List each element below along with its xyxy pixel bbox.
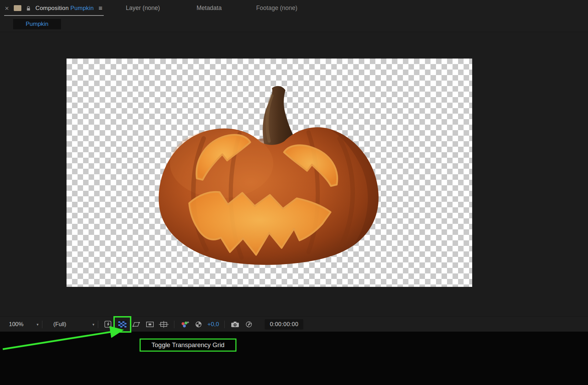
- toolbar-separator: [98, 321, 98, 328]
- app-background-strip: [0, 332, 588, 385]
- show-snapshot-icon: [245, 321, 253, 328]
- panel-color-swatch: [14, 5, 21, 11]
- tab-layer[interactable]: Layer (none): [126, 4, 160, 12]
- reset-exposure-button[interactable]: [193, 319, 204, 330]
- toolbar-separator: [224, 321, 225, 328]
- fast-preview-icon: [104, 320, 113, 329]
- pumpkin-artwork: [67, 59, 472, 287]
- region-of-interest-button[interactable]: [158, 319, 170, 330]
- show-channel-button[interactable]: [179, 319, 191, 330]
- mask-visibility-icon: [132, 321, 141, 327]
- panel-menu-icon[interactable]: ≡: [99, 5, 102, 11]
- composition-viewer[interactable]: [0, 32, 588, 316]
- safe-margins-icon: [159, 321, 169, 328]
- comp-nav-tab-pumpkin[interactable]: Pumpkin: [13, 19, 61, 29]
- channel-icon: [180, 321, 189, 328]
- fast-preview-button[interactable]: [103, 319, 114, 330]
- current-time-display[interactable]: 0:00:00:00: [265, 319, 303, 330]
- grid-guides-options-button[interactable]: [144, 319, 156, 330]
- tab-metadata[interactable]: Metadata: [196, 4, 222, 12]
- tab-composition[interactable]: × Composition Pumpkin ≡: [0, 0, 106, 16]
- lock-icon[interactable]: [26, 6, 31, 11]
- composition-name: Pumpkin: [70, 5, 94, 11]
- close-icon[interactable]: ×: [5, 5, 9, 12]
- reset-exposure-icon: [195, 321, 202, 328]
- after-effects-window: { "colors": { "accent_blue": "#3f8ede", …: [0, 0, 588, 385]
- tab-composition-label: Composition Pumpkin: [36, 5, 94, 12]
- show-snapshot-button[interactable]: [243, 319, 255, 330]
- exposure-value[interactable]: +0,0: [207, 321, 219, 328]
- resolution-dropdown[interactable]: (Full) ▾: [46, 321, 94, 327]
- viewer-tab-bar: × Composition Pumpkin ≡ Layer (none) Met…: [0, 0, 588, 16]
- tab-footage[interactable]: Footage (none): [256, 4, 297, 12]
- transparency-grid-toggle-button[interactable]: [116, 319, 128, 330]
- mask-path-visibility-button[interactable]: [130, 319, 142, 330]
- tooltip-toggle-transparency-grid: Toggle Transparency Grid: [140, 339, 236, 352]
- chevron-down-icon: ▾: [37, 322, 39, 327]
- toolbar-separator: [42, 321, 42, 328]
- toolbar-separator: [174, 321, 174, 328]
- viewer-toolbar: 100% ▾ (Full) ▾: [0, 316, 588, 332]
- magnification-dropdown[interactable]: 100% ▾: [0, 321, 39, 327]
- snapshot-icon: [231, 321, 240, 328]
- grid-guides-icon: [146, 321, 154, 327]
- composition-canvas-transparency-grid[interactable]: [67, 59, 472, 287]
- chevron-down-icon: ▾: [92, 322, 94, 327]
- transparency-grid-icon: [118, 321, 127, 328]
- panel-name: Composition: [36, 5, 69, 11]
- comp-navigator-row: Pumpkin: [0, 16, 588, 32]
- resolution-value: (Full): [53, 321, 67, 327]
- take-snapshot-button[interactable]: [229, 319, 241, 330]
- magnification-value: 100%: [9, 321, 23, 327]
